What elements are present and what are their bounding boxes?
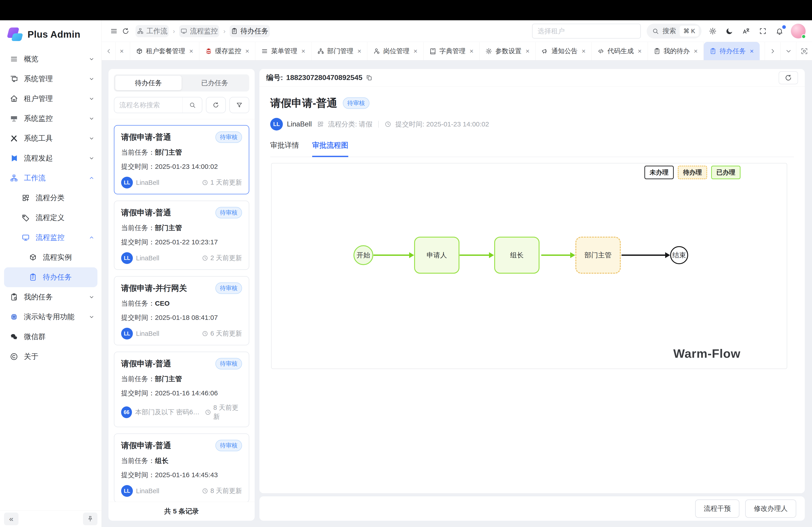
copy-button[interactable] bbox=[366, 74, 372, 81]
tab-menu-mgmt[interactable]: 菜单管理 × bbox=[255, 42, 311, 60]
sidebar-item-demo-features[interactable]: 演示站专用功能 bbox=[0, 307, 102, 327]
tab-dept-mgmt[interactable]: 部门管理 × bbox=[311, 42, 368, 60]
flow-node-dept-manager[interactable]: 部门主管 bbox=[575, 237, 621, 274]
task-search-row bbox=[114, 97, 249, 119]
user-avatar[interactable] bbox=[791, 24, 806, 39]
global-search-button[interactable]: 搜索 ⌘ K bbox=[647, 24, 701, 39]
clock-icon bbox=[202, 179, 208, 186]
sidebar-item-flow-instance[interactable]: 流程实例 bbox=[0, 247, 102, 267]
tab-my-todo[interactable]: 我的待办 × bbox=[648, 42, 704, 60]
close-icon[interactable]: × bbox=[301, 47, 305, 55]
sidebar-item-flow-start[interactable]: 流程发起 bbox=[0, 148, 102, 168]
tab-param-settings[interactable]: 参数设置 × bbox=[480, 42, 536, 60]
close-icon[interactable]: × bbox=[693, 47, 698, 55]
sidebar-item-overview[interactable]: 概览 bbox=[0, 49, 102, 69]
detail-meta: LL LinaBell 流程分类: 请假 提交时间: 2025-01-23 14… bbox=[270, 118, 794, 131]
content-fullscreen-button[interactable] bbox=[796, 42, 812, 60]
breadcrumb-flow-monitor[interactable]: 流程监控 bbox=[179, 25, 219, 37]
close-icon[interactable]: × bbox=[188, 47, 193, 55]
sidebar-pin-button[interactable] bbox=[83, 513, 98, 525]
close-icon[interactable]: × bbox=[749, 47, 754, 55]
tab-approval-flowchart[interactable]: 审批流程图 bbox=[312, 140, 348, 157]
tab-dict-mgmt[interactable]: 字典管理 × bbox=[424, 42, 480, 60]
fullscreen-button[interactable] bbox=[757, 26, 768, 36]
tabs-dropdown-button[interactable] bbox=[780, 42, 796, 60]
flow-arrowhead bbox=[570, 252, 575, 258]
segment-done-tasks[interactable]: 已办任务 bbox=[182, 76, 248, 90]
close-icon[interactable]: × bbox=[119, 47, 124, 55]
task-card[interactable]: 请假申请-普通 待审核 当前任务：部门主管 提交时间：2025-01-16 14… bbox=[114, 352, 249, 427]
refresh-page-button[interactable] bbox=[120, 25, 131, 37]
refresh-icon bbox=[213, 102, 219, 108]
task-card[interactable]: 请假申请-普通 待审核 当前任务：组长 提交时间：2025-01-16 14:4… bbox=[114, 434, 249, 502]
clock-icon bbox=[202, 330, 208, 337]
tab-todo-tasks[interactable]: 待办任务 × bbox=[704, 42, 760, 60]
flow-node-start[interactable]: 开始 bbox=[353, 245, 373, 265]
breadcrumb-separator: › bbox=[172, 27, 175, 35]
sidebar-item-flow-category[interactable]: 流程分类 bbox=[0, 188, 102, 208]
sidebar-item-todo-tasks[interactable]: 待办任务 bbox=[4, 267, 98, 287]
notifications-button[interactable] bbox=[774, 26, 785, 36]
tenant-select-input[interactable] bbox=[532, 24, 641, 39]
task-card[interactable]: 请假申请-普通 待审核 当前任务：部门主管 提交时间：2025-01-22 10… bbox=[114, 201, 249, 270]
tab-approval-details[interactable]: 审批详情 bbox=[270, 140, 299, 157]
sidebar-item-system-tools[interactable]: 系统工具 bbox=[0, 129, 102, 148]
tabs-scroll-left-button[interactable] bbox=[102, 42, 116, 60]
language-button[interactable] bbox=[741, 26, 752, 36]
package-icon bbox=[136, 48, 143, 55]
close-icon[interactable]: × bbox=[245, 47, 249, 55]
flow-node-end[interactable]: 结束 bbox=[670, 246, 688, 264]
tabs-scroll-right-button[interactable] bbox=[765, 42, 780, 60]
tab-code-gen[interactable]: 代码生成 × bbox=[592, 42, 648, 60]
legend-not-handled: 未办理 bbox=[644, 166, 674, 179]
tab-post-mgmt[interactable]: 岗位管理 × bbox=[367, 42, 424, 60]
sidebar-item-my-tasks[interactable]: 我的任务 bbox=[0, 287, 102, 307]
sidebar-item-system-mgmt[interactable]: 系统管理 bbox=[0, 69, 102, 89]
close-icon[interactable]: × bbox=[581, 47, 586, 55]
chevron-down-icon bbox=[88, 95, 95, 102]
task-card[interactable]: 请假申请-并行网关 待审核 当前任务：CEO 提交时间：2025-01-18 0… bbox=[114, 276, 249, 345]
book-icon bbox=[430, 48, 436, 55]
close-icon[interactable]: × bbox=[469, 47, 474, 55]
sidebar-item-about[interactable]: 关于 bbox=[0, 347, 102, 366]
close-icon[interactable]: × bbox=[525, 47, 530, 55]
close-icon[interactable]: × bbox=[637, 47, 642, 55]
flow-node-applicant[interactable]: 申请人 bbox=[414, 237, 460, 274]
sidebar-item-flow-monitor[interactable]: 流程监控 bbox=[0, 228, 102, 247]
flow-arrowhead bbox=[409, 252, 414, 258]
task-filter-button[interactable] bbox=[229, 97, 249, 113]
task-search-button[interactable] bbox=[183, 97, 202, 113]
sidebar-item-tenant-mgmt[interactable]: 租户管理 bbox=[0, 89, 102, 109]
refresh-icon bbox=[122, 27, 129, 35]
flow-arrow bbox=[460, 255, 489, 256]
task-reset-button[interactable] bbox=[206, 97, 226, 113]
clipboard-icon bbox=[231, 28, 238, 34]
tab-clipped[interactable]: × bbox=[116, 42, 130, 60]
breadcrumb-todo-tasks[interactable]: 待办任务 bbox=[230, 25, 270, 37]
clock-icon bbox=[205, 409, 211, 416]
tab-cache-monitor[interactable]: 缓存监控 × bbox=[199, 42, 256, 60]
breadcrumb-workflow[interactable]: 工作流 bbox=[135, 25, 169, 37]
dark-mode-toggle[interactable] bbox=[724, 26, 735, 36]
sidebar-item-workflow[interactable]: 工作流 bbox=[0, 168, 102, 188]
flow-intervene-button[interactable]: 流程干预 bbox=[695, 499, 739, 518]
sidebar-collapse-button[interactable]: « bbox=[4, 513, 18, 525]
detail-refresh-button[interactable] bbox=[779, 71, 798, 84]
close-icon[interactable]: × bbox=[357, 47, 362, 55]
tab-notice[interactable]: 通知公告 × bbox=[536, 42, 592, 60]
tab-tenant-package[interactable]: 租户套餐管理 × bbox=[130, 42, 199, 60]
task-card[interactable]: 请假申请-普通 待审核 当前任务：部门主管 提交时间：2025-01-23 14… bbox=[114, 125, 249, 194]
close-icon[interactable]: × bbox=[412, 47, 418, 55]
settings-button[interactable] bbox=[707, 26, 718, 36]
flow-node-team-leader[interactable]: 组长 bbox=[494, 237, 539, 274]
breadcrumb: 工作流 › 流程监控 › 待办任务 bbox=[135, 25, 270, 37]
change-assignee-button[interactable]: 修改办理人 bbox=[745, 499, 796, 518]
sidebar-item-wechat-group[interactable]: 微信群 bbox=[0, 327, 102, 347]
sidebar-item-flow-definition[interactable]: 流程定义 bbox=[0, 208, 102, 228]
flow-arrow bbox=[541, 255, 570, 256]
hamburger-menu-button[interactable] bbox=[108, 25, 120, 37]
sidebar-item-system-monitor[interactable]: 系统监控 bbox=[0, 109, 102, 129]
task-search-input[interactable] bbox=[114, 101, 183, 109]
segment-todo-tasks[interactable]: 待办任务 bbox=[115, 76, 182, 90]
task-list-panel: 待办任务 已办任务 请假申请-普通 bbox=[108, 69, 255, 521]
